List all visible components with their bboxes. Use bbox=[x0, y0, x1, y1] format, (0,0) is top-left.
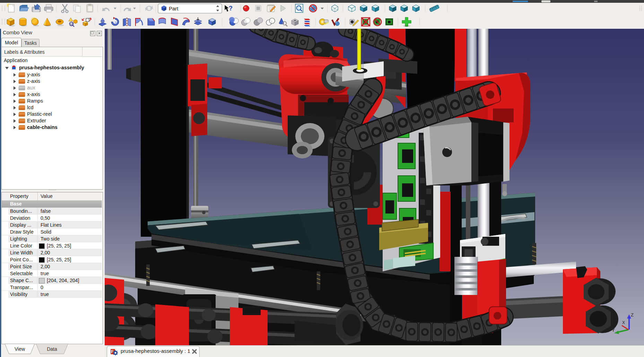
svg-text:Z: Z bbox=[631, 312, 634, 317]
svg-text:prusa-hephestos-assembly: prusa-hephestos-assembly bbox=[19, 65, 84, 70]
svg-text:z-axis: z-axis bbox=[27, 78, 40, 84]
svg-text:X: X bbox=[622, 320, 625, 325]
svg-text:?: ? bbox=[229, 5, 233, 12]
svg-text:Y: Y bbox=[612, 328, 615, 333]
svg-text:x-axis: x-axis bbox=[27, 92, 40, 97]
svg-text:View: View bbox=[15, 346, 25, 352]
svg-text:y-axis: y-axis bbox=[27, 72, 40, 77]
svg-text:Ramps: Ramps bbox=[27, 98, 43, 104]
svg-text:Extruder: Extruder bbox=[27, 118, 46, 123]
svg-text:F: F bbox=[111, 349, 114, 354]
svg-text:cable-chains: cable-chains bbox=[27, 124, 58, 130]
svg-text:Plastic-reel: Plastic-reel bbox=[27, 111, 52, 117]
svg-text:Data: Data bbox=[47, 346, 57, 352]
svg-text:Part: Part bbox=[169, 6, 179, 11]
svg-text:aux: aux bbox=[27, 85, 35, 90]
svg-text:lcd: lcd bbox=[27, 105, 34, 110]
